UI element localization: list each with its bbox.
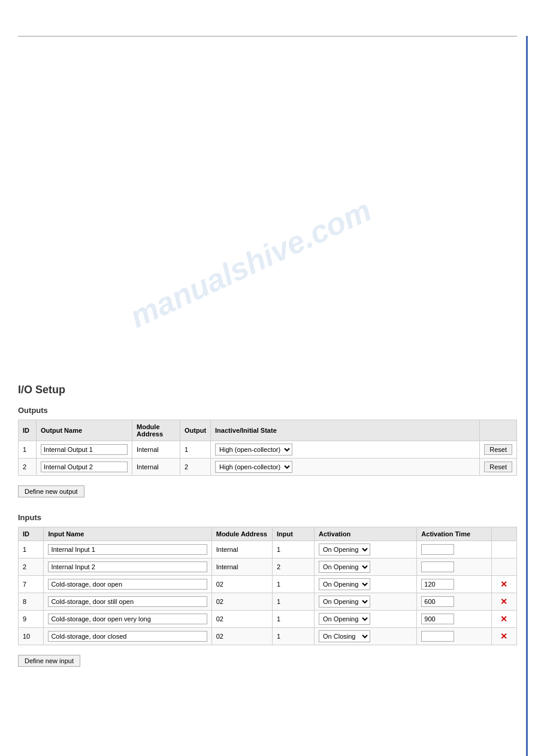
input-input: 1 (272, 576, 314, 593)
table-row: 8 02 1 On Opening On Closing ✕ (19, 593, 517, 611)
input-acttime-input[interactable] (421, 579, 454, 590)
input-name (44, 576, 211, 593)
page-title: I/O Setup (18, 384, 517, 396)
input-acttime (417, 541, 492, 558)
output-name-input[interactable] (41, 444, 128, 455)
output-output: 2 (180, 459, 211, 476)
input-name-input[interactable] (48, 596, 207, 607)
output-name (37, 441, 132, 459)
input-name-input[interactable] (48, 631, 207, 642)
input-input: 1 (272, 611, 314, 628)
page-container: manualshive.com I/O Setup Outputs ID Out… (0, 36, 535, 756)
output-name-input[interactable] (41, 462, 128, 472)
outputs-col-module: Module Address (132, 420, 180, 441)
input-acttime-input[interactable] (421, 614, 454, 624)
input-module: 02 (211, 576, 272, 593)
define-new-output-button[interactable]: Define new output (18, 485, 84, 497)
delete-cell: ✕ (491, 611, 516, 628)
content-area: I/O Setup Outputs ID Output Name Module … (18, 37, 517, 670)
define-new-input-button[interactable]: Define new input (18, 655, 80, 667)
delete-icon[interactable]: ✕ (500, 597, 507, 606)
input-acttime-input[interactable] (421, 596, 454, 607)
input-id: 9 (19, 611, 44, 628)
input-module: 02 (211, 593, 272, 611)
output-reset-cell: Reset (480, 459, 517, 476)
input-id: 2 (19, 558, 44, 576)
main-section: I/O Setup Outputs ID Output Name Module … (18, 384, 517, 670)
input-acttime (417, 593, 492, 611)
inputs-col-input: Input (272, 527, 314, 541)
input-activation-select[interactable]: On Opening On Closing (319, 544, 370, 555)
delete-cell: ✕ (491, 593, 516, 611)
input-module: 02 (211, 611, 272, 628)
inputs-col-acttime: Activation Time (417, 527, 492, 541)
output-state-select[interactable]: High (open-collector) Low (215, 444, 292, 456)
input-acttime-input[interactable] (421, 631, 454, 642)
input-activation-select[interactable]: On Opening On Closing (319, 596, 370, 608)
input-activation: On Opening On Closing (315, 593, 417, 611)
inputs-table: ID Input Name Module Address Input Activ… (18, 527, 517, 645)
outputs-table: ID Output Name Module Address Output Ina… (18, 420, 517, 476)
inputs-col-name: Input Name (44, 527, 211, 541)
output-name (37, 459, 132, 476)
input-module: Internal (211, 541, 272, 558)
reset-button[interactable]: Reset (484, 462, 512, 472)
input-input: 1 (272, 593, 314, 611)
input-id: 1 (19, 541, 44, 558)
input-name-input[interactable] (48, 614, 207, 624)
input-name (44, 611, 211, 628)
table-row: 2 Internal 2 On Opening On Closing (19, 558, 517, 576)
inputs-section-title: Inputs (18, 513, 517, 522)
outputs-section-title: Outputs (18, 406, 517, 415)
output-module: Internal (132, 459, 180, 476)
input-id: 7 (19, 576, 44, 593)
delete-cell: ✕ (491, 628, 516, 645)
input-module: 02 (211, 628, 272, 645)
output-module: Internal (132, 441, 180, 459)
reset-button[interactable]: Reset (484, 444, 512, 455)
input-activation-select[interactable]: On Opening On Closing (319, 561, 370, 573)
delete-cell (491, 558, 516, 576)
input-acttime (417, 558, 492, 576)
input-input: 1 (272, 628, 314, 645)
output-id: 2 (19, 459, 37, 476)
input-activation-select[interactable]: On Opening On Closing (319, 578, 370, 590)
input-id: 8 (19, 593, 44, 611)
input-activation: On Opening On Closing (315, 576, 417, 593)
outputs-col-id: ID (19, 420, 37, 441)
input-activation: On Opening On Closing (315, 541, 417, 558)
input-id: 10 (19, 628, 44, 645)
delete-cell: ✕ (491, 576, 516, 593)
input-activation: On Opening On Closing (315, 558, 417, 576)
input-acttime-input[interactable] (421, 561, 454, 572)
output-id: 1 (19, 441, 37, 459)
input-input: 2 (272, 558, 314, 576)
input-activation-select[interactable]: On Opening On Closing (319, 630, 370, 642)
input-acttime (417, 611, 492, 628)
delete-icon[interactable]: ✕ (500, 579, 507, 589)
delete-icon[interactable]: ✕ (500, 614, 507, 624)
output-reset-cell: Reset (480, 441, 517, 459)
input-name (44, 593, 211, 611)
input-module: Internal (211, 558, 272, 576)
output-output: 1 (180, 441, 211, 459)
input-name (44, 541, 211, 558)
inputs-col-activation: Activation (315, 527, 417, 541)
input-activation-select[interactable]: On Opening On Closing (319, 613, 370, 625)
input-name (44, 628, 211, 645)
input-activation: On Opening On Closing (315, 628, 417, 645)
output-state-select[interactable]: High (open-collector) Low (215, 461, 292, 473)
table-row: 1 Internal 1 On Opening On Closing (19, 541, 517, 558)
table-row: 1 Internal 1 High (open-collector) Low R… (19, 441, 517, 459)
right-sidebar-line (526, 36, 528, 756)
input-name-input[interactable] (48, 544, 207, 555)
delete-icon[interactable]: ✕ (500, 631, 507, 641)
input-name-input[interactable] (48, 579, 207, 590)
input-activation: On Opening On Closing (315, 611, 417, 628)
output-state: High (open-collector) Low (211, 441, 480, 459)
input-name-input[interactable] (48, 561, 207, 572)
input-acttime-input[interactable] (421, 544, 454, 555)
output-state: High (open-collector) Low (211, 459, 480, 476)
delete-cell (491, 541, 516, 558)
inputs-col-module: Module Address (211, 527, 272, 541)
